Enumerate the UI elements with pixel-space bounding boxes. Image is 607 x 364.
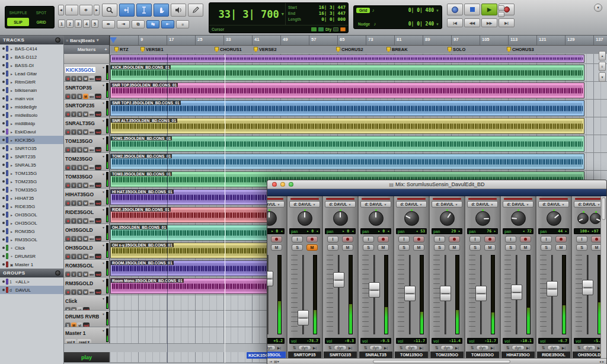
elastic-audio-button[interactable]: red — [95, 218, 101, 223]
solo-button[interactable]: S — [77, 165, 82, 170]
ruler-menu-icon[interactable]: ≡ — [66, 39, 68, 43]
record-enable-button[interactable] — [65, 236, 71, 241]
marker-rtz[interactable]: RTZ — [114, 47, 129, 52]
nudge-value[interactable]: 0| 0| 240 — [408, 21, 434, 27]
volume-fader[interactable] — [333, 272, 344, 288]
sidebar-track-item[interactable]: ▸BAS-D112 — [0, 53, 63, 61]
dyn-button[interactable]: dyn — [267, 345, 276, 350]
track-header-snralt35g[interactable]: SNRALT35G▾ISMwvred — [64, 117, 110, 135]
mute-button[interactable]: M — [83, 76, 88, 81]
pencil-tool-icon[interactable] — [188, 4, 203, 17]
input-monitor-button[interactable]: I — [71, 200, 76, 206]
track-name[interactable]: SNRTOP35 — [65, 85, 92, 91]
nudge-dropdown-icon[interactable]: ▼ — [436, 23, 439, 26]
sidebar-track-item[interactable]: ▸midle8solo — [0, 111, 63, 119]
group-enable-dot[interactable] — [2, 280, 5, 283]
record-enable-button[interactable] — [65, 218, 71, 223]
input-monitor-button[interactable]: I — [541, 236, 552, 242]
track-header-click[interactable]: Click▾SMvlred — [64, 295, 110, 310]
trim-tool-icon[interactable] — [119, 4, 135, 17]
dyn-button[interactable]: dyn — [547, 345, 560, 350]
mute-button[interactable]: M — [520, 244, 531, 251]
mute-button[interactable]: M — [271, 244, 282, 251]
mute-button[interactable]: M — [306, 244, 318, 251]
zoom-out-arrow-icon[interactable]: ◂ — [58, 5, 64, 15]
bars-beats-ruler[interactable]: 191725334149576573818997105113121129137 — [110, 36, 607, 45]
volume-display[interactable]: vol-11.4 — [432, 338, 462, 344]
solo-button[interactable]: S — [434, 244, 445, 251]
track-options-icon[interactable]: ▾ — [103, 154, 104, 158]
nudge-label[interactable]: Nudge — [356, 21, 372, 27]
selector-tool-icon[interactable] — [136, 4, 152, 17]
track-name[interactable]: Click — [65, 298, 77, 304]
track-header-oh35gold[interactable]: OH35GOLD▾ISMwvred — [64, 224, 110, 241]
record-enable-button[interactable] — [484, 236, 496, 242]
nudge-arrows-icon[interactable]: ⇅ — [400, 346, 403, 350]
show-hide-dot[interactable] — [2, 197, 5, 199]
marker-chorus3[interactable]: CHORUS3 — [507, 47, 534, 52]
sidebar-track-item[interactable]: ▸main vox — [0, 94, 63, 103]
waveform-view-button[interactable]: wv — [89, 111, 94, 117]
mute-button[interactable]: M — [484, 244, 496, 251]
mix-path-icon[interactable]: ⇥ — [269, 359, 272, 363]
solo-button[interactable]: S — [541, 244, 552, 251]
return-to-zero-button[interactable]: |◀ — [447, 18, 463, 27]
group-selector[interactable]: d: DAVUL▼ — [503, 201, 533, 207]
sidebar-track-item[interactable]: ▸HIHAT35 — [0, 194, 63, 202]
waveform-view-button[interactable]: wv — [89, 94, 94, 99]
track-header-oh35gold[interactable]: OH35GOLD▾ISMwvred — [64, 242, 110, 259]
sidebar-track-item[interactable]: ▸EskiDavul — [0, 127, 63, 136]
grid-toggle[interactable]: Grid — [356, 8, 370, 13]
volume-display[interactable]: vol-10.1 — [503, 338, 533, 344]
show-hide-dot[interactable] — [2, 189, 5, 191]
input-monitor-button[interactable]: I — [576, 236, 587, 242]
sidebar-track-item[interactable]: ▸OH35GOL — [0, 219, 63, 227]
volume-display[interactable]: vol-6.7 — [538, 338, 569, 344]
sidebar-track-item[interactable]: +Click — [0, 244, 63, 252]
fader-flip-icon[interactable]: ▶| — [491, 346, 494, 350]
track-options-icon[interactable]: ▾ — [103, 312, 104, 316]
grabber-tool-icon[interactable] — [154, 4, 169, 17]
input-monitor-button[interactable]: I — [71, 129, 76, 135]
show-hide-dot[interactable] — [2, 255, 5, 257]
solo-button[interactable]: S — [576, 244, 587, 251]
ruler-dropdown-icon[interactable]: ▾ — [97, 38, 99, 43]
waveform-view-button[interactable]: wv — [89, 236, 94, 241]
dyn-button[interactable]: dyn — [476, 345, 489, 350]
input-monitor-button[interactable]: I — [71, 147, 76, 152]
scrollbar-thumb[interactable] — [373, 360, 510, 363]
nudge-arrows-icon[interactable]: ⇅ — [471, 346, 474, 350]
sidebar-track-item[interactable]: ▣Master 1 — [0, 260, 63, 269]
mute-button[interactable]: M — [83, 254, 88, 259]
pan-knob-right[interactable] — [590, 213, 601, 224]
sidebar-track-item[interactable]: ▸OH35GOL — [0, 210, 63, 219]
input-monitor-button[interactable]: I — [71, 94, 76, 99]
mute-button[interactable]: M — [71, 307, 76, 310]
input-monitor-button[interactable]: I — [434, 236, 445, 242]
play-button[interactable]: ▶ — [481, 4, 497, 15]
volume-fader[interactable] — [369, 282, 380, 298]
nudge-arrows-icon[interactable]: ⇅ — [506, 346, 510, 350]
show-hide-dot[interactable] — [2, 230, 5, 232]
add-marker-button[interactable]: + — [104, 47, 107, 52]
solo-button[interactable]: S — [469, 244, 481, 251]
track-name[interactable]: midle8solo — [15, 113, 37, 118]
track-name[interactable]: RIDE35GOL — [65, 209, 94, 215]
track-header-snrtop35[interactable]: SNRTOP35▾ISMwvred — [64, 82, 110, 99]
track-name[interactable]: TOM235GO — [65, 156, 92, 162]
midi-zoom-icon[interactable]: ≑ — [79, 5, 92, 15]
record-enable-button[interactable] — [271, 236, 282, 242]
group-selector[interactable]: d: DAVUL▼ — [467, 201, 498, 207]
solo-button[interactable]: S — [65, 323, 71, 327]
sidebar-track-item[interactable]: ▸TOM235G — [0, 177, 63, 186]
solo-button[interactable]: S — [505, 244, 516, 251]
show-hide-dot[interactable] — [2, 72, 5, 75]
volume-fader[interactable] — [547, 281, 558, 296]
track-options-icon[interactable]: ▾ — [103, 83, 104, 87]
tab-to-transient-icon[interactable]: ⇹ — [102, 20, 115, 28]
track-header-tom135go[interactable]: TOM135GO▾ISMwvred — [64, 135, 110, 152]
pan-knob[interactable] — [475, 211, 490, 226]
zoom-in-arrow-icon[interactable]: ▸ — [94, 5, 100, 15]
pan-knob[interactable] — [440, 211, 455, 226]
nudge-arrows-icon[interactable]: ⇅ — [293, 346, 296, 350]
